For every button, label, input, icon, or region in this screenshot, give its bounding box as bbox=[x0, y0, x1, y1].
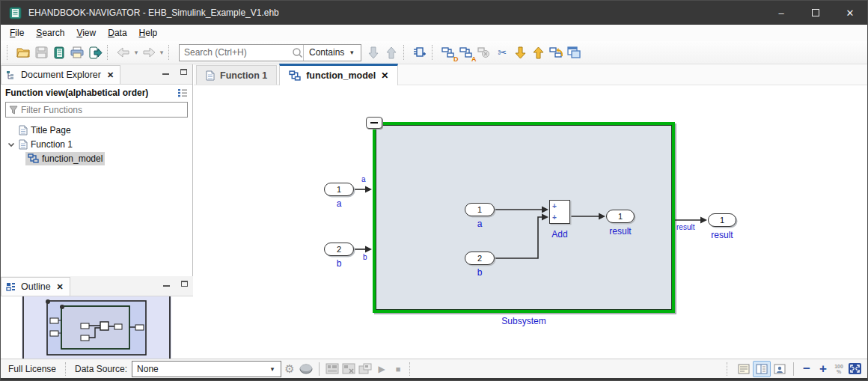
windows-layout-button[interactable] bbox=[565, 43, 583, 61]
chevron-down-icon: ▾ bbox=[269, 365, 276, 373]
tab-function-1[interactable]: Function 1 bbox=[196, 65, 277, 85]
outline-thumbnail[interactable] bbox=[1, 296, 193, 359]
titlebar[interactable]: EHANDBOOK-NAVIGATOR - EHB_Simulink_Examp… bbox=[1, 1, 867, 25]
single-page-view-button[interactable] bbox=[735, 361, 753, 377]
show-data-button[interactable]: D bbox=[439, 43, 457, 61]
toolbar: ▾ ▾ Contains ▾ D A ✂ bbox=[1, 41, 867, 64]
fit-screen-icon bbox=[848, 362, 862, 375]
find-next-button[interactable] bbox=[364, 43, 382, 61]
menu-help[interactable]: Help bbox=[133, 26, 164, 40]
menu-search[interactable]: Search bbox=[30, 26, 70, 40]
windows-icon bbox=[567, 46, 581, 58]
maximize-panel-button[interactable] bbox=[178, 278, 190, 288]
close-icon[interactable]: ✕ bbox=[106, 70, 114, 80]
step-into-button[interactable] bbox=[511, 43, 529, 61]
zoom-level[interactable]: 100% bbox=[831, 364, 846, 374]
search-input[interactable] bbox=[180, 46, 292, 60]
statusbar-right: − + 100% bbox=[724, 361, 863, 377]
forward-button[interactable] bbox=[140, 43, 158, 61]
chevron-down-icon[interactable] bbox=[7, 140, 16, 149]
close-button[interactable]: ✕ bbox=[833, 1, 867, 25]
minimize-panel-button[interactable] bbox=[160, 278, 172, 288]
data-source-select[interactable]: None ▾ bbox=[132, 361, 281, 377]
minimize-button[interactable]: – bbox=[764, 1, 798, 25]
close-icon[interactable]: ✕ bbox=[55, 282, 64, 292]
back-dropdown[interactable]: ▾ bbox=[132, 49, 140, 56]
search-icon bbox=[292, 47, 303, 58]
inport-b[interactable]: 2 bbox=[324, 243, 354, 256]
explorer-header: Document Explorer ✕ bbox=[1, 64, 192, 85]
cut-model-button[interactable]: ✂ bbox=[493, 43, 511, 61]
pin-block-button[interactable] bbox=[411, 43, 429, 61]
stop-measure-button[interactable]: ■ bbox=[390, 361, 406, 377]
maximize-panel-button[interactable] bbox=[177, 67, 189, 76]
close-icon[interactable]: ✕ bbox=[381, 70, 388, 81]
menu-file[interactable]: File bbox=[4, 26, 30, 40]
model-icon bbox=[289, 70, 301, 81]
subsystem-inport-b[interactable]: 2 bbox=[465, 252, 495, 265]
print-button[interactable] bbox=[68, 43, 86, 61]
save-icon bbox=[35, 46, 48, 58]
fit-to-screen-button[interactable] bbox=[846, 361, 863, 377]
open-file-button[interactable] bbox=[14, 43, 32, 61]
outport-result[interactable]: 1 bbox=[708, 213, 736, 227]
filter-input[interactable] bbox=[21, 105, 184, 115]
forward-dropdown[interactable]: ▾ bbox=[158, 49, 165, 56]
status-divider bbox=[793, 362, 794, 376]
hide-elements-button[interactable] bbox=[475, 43, 493, 61]
minus-icon bbox=[370, 122, 378, 124]
settings-button[interactable]: ⚙ bbox=[281, 361, 298, 377]
toolbar-separator bbox=[107, 45, 112, 60]
match-mode-dropdown[interactable]: Contains ▾ bbox=[304, 47, 361, 58]
inport-a[interactable]: 1 bbox=[324, 183, 354, 196]
save-button[interactable] bbox=[32, 43, 50, 61]
tab-document-explorer[interactable]: Document Explorer ✕ bbox=[1, 65, 120, 84]
subsystem-inport-a[interactable]: 1 bbox=[465, 203, 495, 216]
back-to-parent-button[interactable] bbox=[547, 43, 565, 61]
presenter-view-button[interactable] bbox=[771, 361, 789, 377]
port-number: 1 bbox=[477, 205, 482, 214]
tree-item-function-model[interactable]: function_model bbox=[1, 151, 192, 165]
zoom-out-button[interactable]: − bbox=[798, 362, 815, 377]
show-annotations-button[interactable]: A bbox=[457, 43, 475, 61]
find-previous-button[interactable] bbox=[382, 43, 400, 61]
tab-function-model[interactable]: function_model ✕ bbox=[279, 64, 398, 85]
start-measure-button[interactable]: ▶ bbox=[373, 361, 390, 377]
tree-item-function-1[interactable]: Function 1 bbox=[1, 137, 192, 151]
document-icon bbox=[19, 125, 28, 135]
data-source-manager-button[interactable] bbox=[298, 361, 314, 377]
tree-item-title-page[interactable]: Title Page bbox=[1, 123, 192, 137]
plus-icon: + bbox=[552, 214, 557, 222]
view-mode-label: Function view(alphabetical order) bbox=[5, 88, 148, 98]
open-handbook-button[interactable] bbox=[50, 43, 68, 61]
measure-window-button[interactable] bbox=[357, 361, 373, 377]
gear-icon: ⚙ bbox=[284, 362, 294, 376]
zoom-in-button[interactable]: + bbox=[815, 362, 831, 377]
sphere-icon bbox=[299, 364, 313, 374]
add-block[interactable]: + + bbox=[549, 200, 570, 224]
tab-outline[interactable]: Outline ✕ bbox=[1, 277, 70, 296]
document-icon bbox=[19, 139, 28, 150]
measure-config-button[interactable] bbox=[324, 361, 340, 377]
port-label-b: b bbox=[324, 258, 354, 269]
model-canvas[interactable]: 1 a a 2 b b 1 a 2 b + + Add bbox=[194, 85, 867, 360]
view-list-icon[interactable] bbox=[177, 88, 188, 97]
arrow-down-disabled-icon bbox=[368, 46, 379, 59]
subsystem-outport-result[interactable]: 1 bbox=[606, 210, 635, 223]
step-out-button[interactable] bbox=[529, 43, 547, 61]
collapse-button[interactable] bbox=[366, 117, 382, 129]
statusbar: Full License Data Source: None ▾ ⚙ ▶ ■ −… bbox=[1, 359, 867, 380]
selected-tree-item[interactable]: function_model bbox=[25, 152, 105, 165]
split-view-button[interactable] bbox=[753, 361, 771, 377]
maximize-button[interactable] bbox=[798, 1, 833, 25]
menu-view[interactable]: View bbox=[70, 26, 102, 40]
subsystem-outport-label: result bbox=[592, 226, 649, 237]
data-source-label: Data Source: bbox=[75, 364, 127, 374]
menu-data[interactable]: Data bbox=[102, 26, 132, 40]
measure-remove-button[interactable] bbox=[340, 361, 357, 377]
document-icon bbox=[206, 70, 215, 81]
minimize-panel-button[interactable] bbox=[159, 67, 171, 76]
export-document-button[interactable] bbox=[86, 43, 104, 61]
editor-tabbar: Function 1 function_model ✕ bbox=[194, 64, 867, 85]
back-button[interactable] bbox=[114, 43, 132, 61]
